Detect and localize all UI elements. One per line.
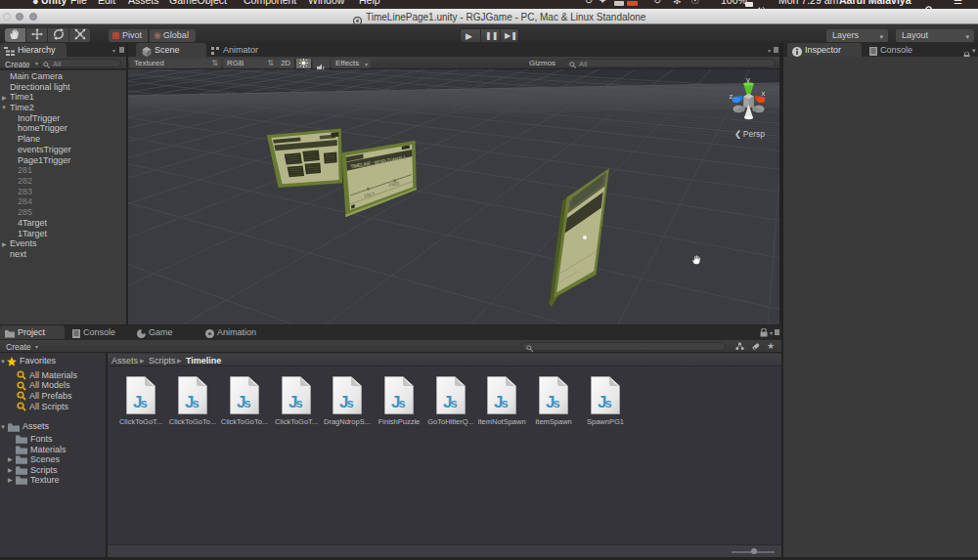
svg-text:s: s xyxy=(193,396,200,410)
svg-text:s: s xyxy=(554,396,560,410)
svg-text:❮ Persp: ❮ Persp xyxy=(734,129,765,140)
svg-text:z: z xyxy=(730,92,734,101)
svg-text:s: s xyxy=(502,396,509,410)
svg-text:s: s xyxy=(141,396,148,410)
svg-text:s: s xyxy=(399,396,406,410)
svg-text:s: s xyxy=(347,396,354,410)
svg-text:s: s xyxy=(296,396,303,410)
svg-text:x: x xyxy=(762,89,766,98)
svg-text:s: s xyxy=(244,396,251,410)
svg-text:s: s xyxy=(605,396,612,410)
svg-text:s: s xyxy=(451,396,458,410)
